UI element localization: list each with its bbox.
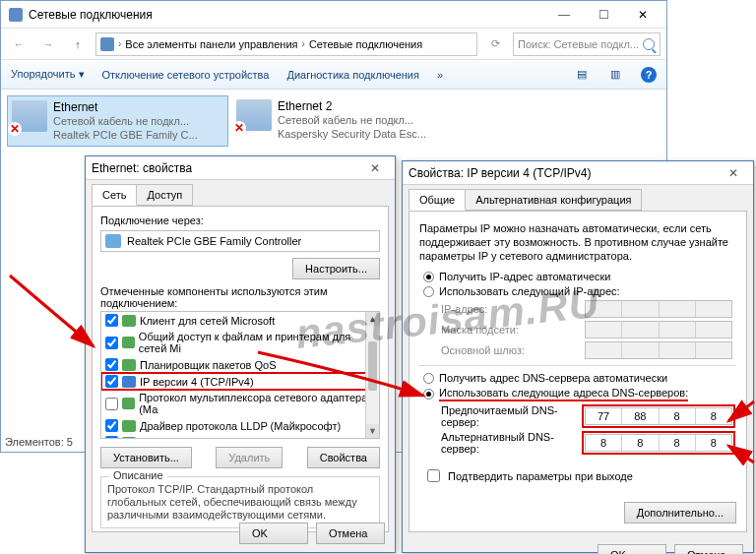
remove-button: Удалить: [216, 447, 283, 468]
disconnected-icon: ✕: [8, 122, 22, 136]
confirm-on-exit[interactable]: Подтвердить параметры при выходе: [423, 466, 736, 485]
item-text: Клиент для сетей Microsoft: [140, 315, 275, 327]
item-text: Win10Pcap Packet Capture Driver: [140, 437, 305, 440]
list-item[interactable]: Драйвер протокола LLDP (Майкрософт): [101, 417, 379, 434]
control-panel-icon: [100, 37, 114, 51]
radio-auto-dns[interactable]: Получить адрес DNS-сервера автоматически: [423, 372, 736, 384]
list-item[interactable]: Планировщик пакетов QoS: [101, 356, 379, 373]
adapter-ethernet[interactable]: ✕ Ethernet Сетевой кабель не подкл... Re…: [7, 95, 228, 147]
list-item-ipv4[interactable]: IP версии 4 (TCP/IPv4): [101, 373, 379, 390]
scroll-thumb[interactable]: [368, 341, 377, 391]
window-title: Сетевые подключения: [29, 8, 153, 22]
checkbox[interactable]: [105, 375, 118, 388]
scroll-down-button[interactable]: ▼: [366, 424, 379, 438]
checkbox[interactable]: [105, 436, 118, 439]
gateway-row: Основной шлюз:: [441, 341, 736, 359]
organize-menu[interactable]: Упорядочить ▾: [11, 68, 85, 81]
close-button[interactable]: ✕: [720, 164, 747, 182]
more-commands[interactable]: »: [437, 69, 443, 81]
disconnected-icon: ✕: [232, 121, 246, 135]
components-list[interactable]: Клиент для сетей Microsoft Общий доступ …: [100, 311, 380, 439]
dialog-title: Ethernet: свойства: [92, 161, 192, 175]
maximize-button[interactable]: ☐: [584, 3, 623, 27]
adapter-icon: ✕: [236, 99, 272, 131]
checkbox[interactable]: [427, 469, 440, 482]
configure-button[interactable]: Настроить...: [292, 258, 380, 279]
ip-address-row: IP-адрес:: [441, 300, 736, 318]
close-button[interactable]: ✕: [361, 159, 389, 177]
field-label: IP-адрес:: [441, 303, 579, 315]
minimize-button[interactable]: —: [544, 3, 584, 27]
list-item[interactable]: Протокол мультиплексора сетевого адаптер…: [101, 390, 379, 417]
details-pane-button[interactable]: ▥: [607, 67, 623, 83]
checkbox[interactable]: [105, 398, 118, 410]
checkbox[interactable]: [105, 337, 118, 349]
crumb-2[interactable]: Сетевые подключения: [309, 38, 422, 50]
ip-octet[interactable]: 8: [660, 435, 696, 451]
diagnose-button[interactable]: Диагностика подключения: [286, 69, 418, 81]
forward-button[interactable]: →: [36, 32, 60, 56]
advanced-button[interactable]: Дополнительно...: [624, 502, 736, 523]
ip-octet[interactable]: 8: [622, 435, 659, 451]
tab-general[interactable]: Общие: [409, 189, 466, 211]
install-button[interactable]: Установить...: [100, 447, 192, 468]
list-item[interactable]: Клиент для сетей Microsoft: [101, 312, 379, 329]
ip-octet[interactable]: 8: [696, 408, 731, 424]
ip-octet[interactable]: 88: [622, 408, 659, 424]
list-item[interactable]: Win10Pcap Packet Capture Driver: [101, 434, 379, 439]
up-button[interactable]: ↑: [66, 32, 90, 56]
view-icons-button[interactable]: ▤: [574, 67, 590, 83]
close-button[interactable]: ✕: [623, 3, 662, 27]
cancel-button[interactable]: Отмена: [316, 523, 385, 544]
scroll-up-button[interactable]: ▲: [366, 312, 379, 326]
disable-device-button[interactable]: Отключение сетевого устройства: [102, 69, 270, 81]
checkbox-label: Подтвердить параметры при выходе: [448, 470, 633, 482]
ip-octet[interactable]: 8: [660, 408, 696, 424]
app-icon: [9, 8, 23, 22]
components-label: Отмеченные компоненты используются этим …: [100, 285, 380, 309]
tab-alternate[interactable]: Альтернативная конфигурация: [465, 189, 642, 211]
ok-button[interactable]: OK: [598, 544, 666, 554]
component-icon: [122, 359, 136, 371]
tab-network[interactable]: Сеть: [92, 184, 137, 206]
tab-access[interactable]: Доступ: [136, 184, 193, 206]
search-input[interactable]: Поиск: Сетевые подкл...: [513, 32, 661, 56]
checkbox[interactable]: [105, 314, 118, 327]
ip-octet[interactable]: 8: [586, 435, 622, 451]
radio-use-dns[interactable]: Использовать следующие адреса DNS-сервер…: [423, 387, 736, 401]
cancel-button[interactable]: Отмена: [674, 544, 743, 554]
back-button[interactable]: ←: [7, 32, 31, 56]
checkbox[interactable]: [105, 419, 118, 432]
titlebar[interactable]: Сетевые подключения — ☐ ✕: [1, 1, 666, 29]
radio-auto-ip[interactable]: Получить IP-адрес автоматически: [423, 271, 736, 282]
properties-button[interactable]: Свойства: [307, 447, 380, 468]
component-icon: [122, 315, 136, 327]
radio-use-ip[interactable]: Использовать следующий IP-адрес:: [423, 285, 736, 297]
list-item[interactable]: Общий доступ к файлам и принтерам для се…: [101, 329, 379, 356]
adapter-ethernet2[interactable]: ✕ Ethernet 2 Сетевой кабель не подкл... …: [232, 95, 454, 147]
field-label: Предпочитаемый DNS-сервер:: [441, 404, 579, 428]
preferred-dns-field[interactable]: 77 88 8 8: [585, 407, 732, 425]
ok-button[interactable]: OK: [239, 523, 308, 544]
help-button[interactable]: ?: [641, 67, 657, 83]
ip-octet[interactable]: 77: [586, 408, 622, 424]
alternate-dns-field[interactable]: 8 8 8 8: [585, 434, 732, 452]
search-icon: [643, 38, 655, 50]
breadcrumb[interactable]: › Все элементы панели управления › Сетев…: [95, 32, 477, 56]
scrollbar[interactable]: ▲ ▼: [365, 312, 379, 438]
nic-icon: [105, 234, 121, 248]
component-icon: [122, 376, 136, 388]
component-icon: [122, 398, 135, 409]
ip-octet[interactable]: 8: [696, 435, 731, 451]
crumb-1[interactable]: Все элементы панели управления: [125, 38, 297, 50]
radio-icon: [423, 373, 434, 384]
adapter-icon: ✕: [12, 100, 47, 132]
refresh-button[interactable]: ⟳: [483, 32, 507, 56]
checkbox[interactable]: [105, 358, 118, 371]
dialog-title: Свойства: IP версии 4 (TCP/IPv4): [409, 166, 592, 180]
adapter-status: Сетевой кабель не подкл...: [278, 113, 426, 127]
breadcrumb-row: ← → ↑ › Все элементы панели управления ›…: [1, 29, 666, 60]
radio-icon: [423, 286, 434, 297]
chevron-icon: ›: [118, 38, 121, 49]
device-field: Realtek PCIe GBE Family Controller: [100, 230, 380, 252]
